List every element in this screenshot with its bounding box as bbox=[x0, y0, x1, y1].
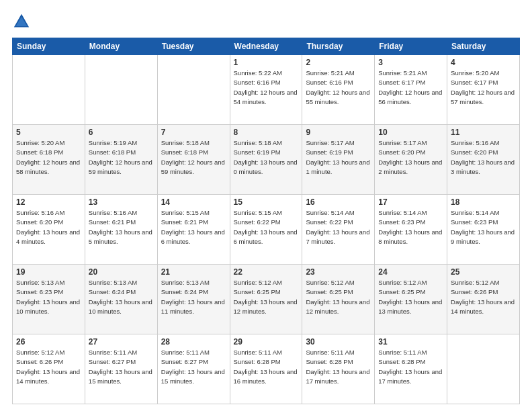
weekday-header-sunday: Sunday bbox=[13, 38, 85, 55]
day-number: 6 bbox=[89, 128, 154, 137]
day-number: 22 bbox=[234, 267, 299, 277]
day-info: Sunrise: 5:15 AMSunset: 6:21 PMDaylight:… bbox=[161, 208, 226, 246]
day-number: 21 bbox=[161, 267, 226, 277]
day-info: Sunrise: 5:12 AMSunset: 6:26 PMDaylight:… bbox=[16, 348, 81, 386]
calendar-cell: 8Sunrise: 5:18 AMSunset: 6:19 PMDaylight… bbox=[230, 125, 302, 195]
calendar-cell: 11Sunrise: 5:16 AMSunset: 6:20 PMDayligh… bbox=[447, 125, 520, 195]
day-number: 16 bbox=[306, 197, 371, 207]
day-number: 11 bbox=[451, 128, 516, 137]
day-info: Sunrise: 5:18 AMSunset: 6:19 PMDaylight:… bbox=[234, 138, 299, 177]
calendar-week-row: 26Sunrise: 5:12 AMSunset: 6:26 PMDayligh… bbox=[13, 334, 520, 404]
day-number: 31 bbox=[378, 337, 443, 347]
day-info: Sunrise: 5:12 AMSunset: 6:25 PMDaylight:… bbox=[378, 278, 443, 316]
weekday-header-thursday: Thursday bbox=[302, 38, 375, 55]
calendar-cell: 4Sunrise: 5:20 AMSunset: 6:17 PMDaylight… bbox=[447, 55, 520, 125]
day-number: 17 bbox=[378, 197, 443, 207]
day-number: 8 bbox=[234, 128, 299, 137]
calendar-cell: 21Sunrise: 5:13 AMSunset: 6:24 PMDayligh… bbox=[157, 265, 230, 334]
page: SundayMondayTuesdayWednesdayThursdayFrid… bbox=[0, 0, 532, 411]
day-info: Sunrise: 5:16 AMSunset: 6:20 PMDaylight:… bbox=[451, 138, 516, 177]
day-number: 7 bbox=[161, 128, 226, 137]
calendar-cell: 15Sunrise: 5:15 AMSunset: 6:22 PMDayligh… bbox=[230, 195, 302, 265]
day-info: Sunrise: 5:12 AMSunset: 6:26 PMDaylight:… bbox=[451, 278, 516, 316]
calendar-cell: 1Sunrise: 5:22 AMSunset: 6:16 PMDaylight… bbox=[230, 55, 302, 125]
calendar-cell bbox=[13, 55, 85, 125]
day-number: 10 bbox=[378, 128, 443, 137]
calendar-cell: 13Sunrise: 5:16 AMSunset: 6:21 PMDayligh… bbox=[85, 195, 157, 265]
weekday-header-friday: Friday bbox=[375, 38, 447, 55]
weekday-header-wednesday: Wednesday bbox=[230, 38, 302, 55]
calendar-cell bbox=[447, 334, 520, 404]
calendar-week-row: 1Sunrise: 5:22 AMSunset: 6:16 PMDaylight… bbox=[13, 55, 520, 125]
calendar-cell: 10Sunrise: 5:17 AMSunset: 6:20 PMDayligh… bbox=[375, 125, 447, 195]
calendar-cell: 6Sunrise: 5:19 AMSunset: 6:18 PMDaylight… bbox=[85, 125, 157, 195]
day-info: Sunrise: 5:14 AMSunset: 6:22 PMDaylight:… bbox=[306, 208, 371, 246]
day-number: 30 bbox=[306, 337, 371, 347]
day-number: 24 bbox=[378, 267, 443, 277]
calendar-cell: 27Sunrise: 5:11 AMSunset: 6:27 PMDayligh… bbox=[85, 334, 157, 404]
calendar-cell: 28Sunrise: 5:11 AMSunset: 6:27 PMDayligh… bbox=[157, 334, 230, 404]
day-number: 29 bbox=[234, 337, 299, 347]
calendar-week-row: 12Sunrise: 5:16 AMSunset: 6:20 PMDayligh… bbox=[13, 195, 520, 265]
calendar-cell bbox=[85, 55, 157, 125]
day-info: Sunrise: 5:14 AMSunset: 6:23 PMDaylight:… bbox=[378, 208, 443, 246]
day-info: Sunrise: 5:11 AMSunset: 6:27 PMDaylight:… bbox=[161, 348, 226, 386]
day-info: Sunrise: 5:13 AMSunset: 6:23 PMDaylight:… bbox=[16, 278, 81, 316]
calendar-cell: 14Sunrise: 5:15 AMSunset: 6:21 PMDayligh… bbox=[157, 195, 230, 265]
calendar-cell: 31Sunrise: 5:11 AMSunset: 6:28 PMDayligh… bbox=[375, 334, 447, 404]
calendar-cell: 18Sunrise: 5:14 AMSunset: 6:23 PMDayligh… bbox=[447, 195, 520, 265]
day-info: Sunrise: 5:20 AMSunset: 6:17 PMDaylight:… bbox=[451, 68, 516, 107]
day-number: 15 bbox=[234, 197, 299, 207]
calendar-cell: 20Sunrise: 5:13 AMSunset: 6:24 PMDayligh… bbox=[85, 265, 157, 334]
weekday-header-saturday: Saturday bbox=[447, 38, 520, 55]
calendar-cell: 26Sunrise: 5:12 AMSunset: 6:26 PMDayligh… bbox=[13, 334, 85, 404]
calendar-cell: 22Sunrise: 5:12 AMSunset: 6:25 PMDayligh… bbox=[230, 265, 302, 334]
calendar-cell: 24Sunrise: 5:12 AMSunset: 6:25 PMDayligh… bbox=[375, 265, 447, 334]
day-number: 19 bbox=[16, 267, 81, 277]
day-info: Sunrise: 5:14 AMSunset: 6:23 PMDaylight:… bbox=[451, 208, 516, 246]
day-number: 23 bbox=[306, 267, 371, 277]
calendar-cell bbox=[157, 55, 230, 125]
day-number: 3 bbox=[378, 58, 443, 67]
calendar-cell: 17Sunrise: 5:14 AMSunset: 6:23 PMDayligh… bbox=[375, 195, 447, 265]
day-info: Sunrise: 5:20 AMSunset: 6:18 PMDaylight:… bbox=[16, 138, 81, 177]
calendar-week-row: 5Sunrise: 5:20 AMSunset: 6:18 PMDaylight… bbox=[13, 125, 520, 195]
day-info: Sunrise: 5:19 AMSunset: 6:18 PMDaylight:… bbox=[89, 138, 154, 177]
day-info: Sunrise: 5:12 AMSunset: 6:25 PMDaylight:… bbox=[306, 278, 371, 316]
calendar-cell: 2Sunrise: 5:21 AMSunset: 6:16 PMDaylight… bbox=[302, 55, 375, 125]
day-info: Sunrise: 5:11 AMSunset: 6:28 PMDaylight:… bbox=[306, 348, 371, 386]
day-number: 5 bbox=[16, 128, 81, 137]
weekday-header-monday: Monday bbox=[85, 38, 157, 55]
day-number: 18 bbox=[451, 197, 516, 207]
day-info: Sunrise: 5:18 AMSunset: 6:18 PMDaylight:… bbox=[161, 138, 226, 177]
day-info: Sunrise: 5:21 AMSunset: 6:17 PMDaylight:… bbox=[378, 68, 443, 107]
day-number: 13 bbox=[89, 197, 154, 207]
logo-icon bbox=[12, 12, 31, 31]
calendar-cell: 3Sunrise: 5:21 AMSunset: 6:17 PMDaylight… bbox=[375, 55, 447, 125]
day-number: 2 bbox=[306, 58, 371, 67]
header bbox=[12, 12, 520, 31]
day-info: Sunrise: 5:11 AMSunset: 6:27 PMDaylight:… bbox=[89, 348, 154, 386]
day-number: 26 bbox=[16, 337, 81, 347]
day-number: 9 bbox=[306, 128, 371, 137]
day-info: Sunrise: 5:16 AMSunset: 6:20 PMDaylight:… bbox=[16, 208, 81, 246]
calendar-cell: 16Sunrise: 5:14 AMSunset: 6:22 PMDayligh… bbox=[302, 195, 375, 265]
calendar-cell: 12Sunrise: 5:16 AMSunset: 6:20 PMDayligh… bbox=[13, 195, 85, 265]
day-number: 4 bbox=[451, 58, 516, 67]
calendar-cell: 5Sunrise: 5:20 AMSunset: 6:18 PMDaylight… bbox=[13, 125, 85, 195]
day-info: Sunrise: 5:11 AMSunset: 6:28 PMDaylight:… bbox=[378, 348, 443, 386]
day-number: 25 bbox=[451, 267, 516, 277]
weekday-header-tuesday: Tuesday bbox=[157, 38, 230, 55]
day-info: Sunrise: 5:13 AMSunset: 6:24 PMDaylight:… bbox=[89, 278, 154, 316]
day-number: 27 bbox=[89, 337, 154, 347]
day-number: 20 bbox=[89, 267, 154, 277]
logo bbox=[12, 12, 34, 31]
day-number: 14 bbox=[161, 197, 226, 207]
calendar-table: SundayMondayTuesdayWednesdayThursdayFrid… bbox=[12, 38, 520, 404]
day-info: Sunrise: 5:13 AMSunset: 6:24 PMDaylight:… bbox=[161, 278, 226, 316]
calendar-cell: 25Sunrise: 5:12 AMSunset: 6:26 PMDayligh… bbox=[447, 265, 520, 334]
day-number: 1 bbox=[234, 58, 299, 67]
day-info: Sunrise: 5:12 AMSunset: 6:25 PMDaylight:… bbox=[234, 278, 299, 316]
calendar-week-row: 19Sunrise: 5:13 AMSunset: 6:23 PMDayligh… bbox=[13, 265, 520, 334]
calendar-cell: 23Sunrise: 5:12 AMSunset: 6:25 PMDayligh… bbox=[302, 265, 375, 334]
